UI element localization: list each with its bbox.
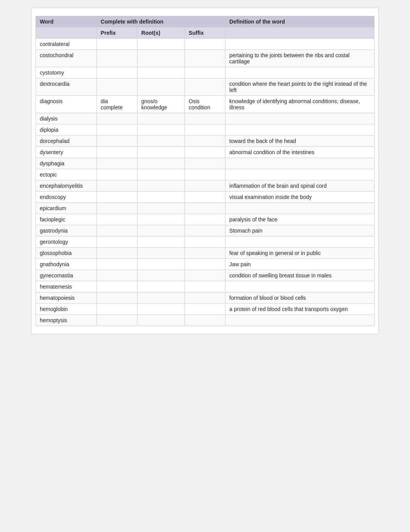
cell-suffix [185,136,225,147]
col-subheader-suffix: Suffix [185,27,225,39]
cell-definition: inflammation of the brain and spinal cor… [225,180,374,192]
cell-word: hematemesis [36,281,97,292]
cell-definition [225,124,374,136]
cell-prefix [97,39,137,50]
cell-word: dialysis [36,113,97,124]
cell-word: gastrodynia [36,225,97,236]
cell-suffix [185,304,225,315]
cell-definition [225,169,374,180]
cell-suffix [185,248,225,259]
cell-prefix [97,124,137,136]
cell-prefix [97,259,137,270]
cell-suffix [185,113,225,124]
cell-root [137,50,185,67]
cell-word: gnathodynia [36,259,97,270]
cell-root [137,113,185,124]
cell-definition: visual examination inside the body [225,192,374,203]
cell-word: dorcephalad [36,136,97,147]
cell-suffix [185,315,225,326]
cell-word: facioplegic [36,214,97,225]
cell-word: ectopic [36,169,97,180]
cell-prefix [97,270,137,281]
cell-suffix: Osis condition [185,96,225,113]
cell-root [137,78,185,96]
cell-suffix [185,67,225,78]
cell-word: diplopia [36,124,97,136]
cell-definition: fear of speaking in general or in public [225,248,374,259]
cell-definition [225,158,374,169]
table-row: hematopoiesisformation of blood or blood… [36,292,374,304]
col-header-definition: Definition of the word [225,16,374,27]
cell-definition [225,236,374,248]
cell-word: dextrocardia [36,78,97,96]
cell-root [137,248,185,259]
cell-suffix [185,203,225,214]
cell-definition [225,281,374,292]
cell-suffix [185,259,225,270]
cell-definition: abnormal condition of the intestines [225,147,374,158]
table-row: endoscopyvisual examination inside the b… [36,192,374,203]
cell-word: hemoptysis [36,315,97,326]
cell-word: gerontology [36,236,97,248]
table-row: contralateral [36,39,374,50]
cell-suffix [185,147,225,158]
cell-prefix [97,203,137,214]
cell-suffix [185,78,225,96]
cell-root [137,270,185,281]
cell-definition [225,315,374,326]
table-row: hematemesis [36,281,374,292]
cell-root [137,124,185,136]
table-row: dorcephaladtoward the back of the head [36,136,374,147]
cell-root: gnos/o knowledge [137,96,185,113]
cell-prefix [97,248,137,259]
cell-root [137,225,185,236]
cell-root [137,136,185,147]
cell-root [137,158,185,169]
cell-prefix [97,136,137,147]
cell-prefix: dia complete [97,96,137,113]
cell-word: hematopoiesis [36,292,97,304]
cell-prefix [97,158,137,169]
cell-prefix [97,67,137,78]
cell-suffix [185,124,225,136]
cell-suffix [185,192,225,203]
cell-root [137,203,185,214]
cell-definition: Jaw pain [225,259,374,270]
page-container: Word Complete with definition Definition… [31,8,379,334]
cell-definition [225,203,374,214]
table-row: dialysis [36,113,374,124]
col-header-word: Word [36,16,97,27]
col-subheader-word [36,27,97,39]
cell-root [137,169,185,180]
col-subheader-def [225,27,374,39]
cell-suffix [185,39,225,50]
cell-word: epicardium [36,203,97,214]
cell-word: costochondral [36,50,97,67]
cell-root [137,67,185,78]
cell-definition: condition of swelling breast tissue in m… [225,270,374,281]
cell-prefix [97,225,137,236]
cell-suffix [185,169,225,180]
table-row: cystotomy [36,67,374,78]
cell-definition: condition where the heart points to the … [225,78,374,96]
table-row: hemoptysis [36,315,374,326]
cell-definition [225,67,374,78]
cell-suffix [185,281,225,292]
table-row: gerontology [36,236,374,248]
table-row: gnathodyniaJaw pain [36,259,374,270]
table-row: gastrodyniaStomach pain [36,225,374,236]
table-row: dysenteryabnormal condition of the intes… [36,147,374,158]
cell-prefix [97,113,137,124]
cell-root [137,180,185,192]
table-row: dysphagia [36,158,374,169]
cell-suffix [185,214,225,225]
cell-definition: pertaining to the joints between the rib… [225,50,374,67]
cell-root [137,39,185,50]
cell-word: hemoglobin [36,304,97,315]
table-row: glossophobiafear of speaking in general … [36,248,374,259]
col-subheader-prefix: Prefix [97,27,137,39]
cell-word: contralateral [36,39,97,50]
table-row: ectopic [36,169,374,180]
cell-definition: Stomach pain [225,225,374,236]
cell-word: dysentery [36,147,97,158]
